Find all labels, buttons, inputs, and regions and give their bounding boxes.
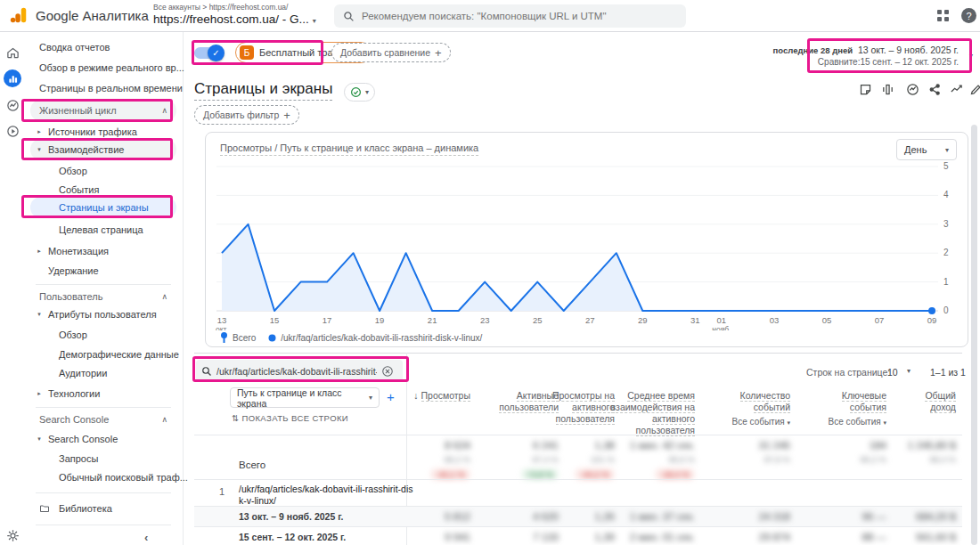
table-search[interactable] [196,360,403,382]
global-search[interactable] [334,4,686,28]
svg-text:13: 13 [217,315,227,325]
redacted-share: 98,4 % [902,454,956,464]
sidebar-item-21[interactable]: ▾Search Console [30,428,176,450]
show-all-rows-button[interactable]: ⇅ ПОКАЗАТЬ ВСЕ СТРОКИ [232,413,348,423]
sidebar-item-0[interactable]: Сводка отчетов [30,37,176,58]
redacted-value: 29 874 [706,532,790,542]
sidebar-section-3[interactable]: Жизненный цикл∧ [30,100,176,121]
trend-insights-icon[interactable] [950,83,966,99]
edit-icon[interactable] [969,83,980,99]
column-filter[interactable]: Все события ▾ [706,416,790,428]
sidebar-item-8[interactable]: Страницы и экраны [30,197,176,218]
sidebar-section-20[interactable]: Search Console∧ [30,409,176,430]
column-header-4[interactable]: Количество событийВсе события ▾ [706,390,790,428]
svg-text:нояб.: нояб. [712,325,731,330]
rows-per-page-value[interactable]: 10 [887,367,898,378]
toggle-check-icon: ✓ [208,45,225,61]
help-icon[interactable]: ? [961,8,976,23]
gear-icon[interactable] [4,527,20,543]
date-range-selector[interactable]: последние 28 дней 13 окт. – 9 нояб. 2025… [773,45,959,68]
sidebar-divider [36,525,171,525]
home-icon[interactable] [4,45,20,61]
brand: Google Аналитика [9,5,149,25]
collapse-sidebar-icon[interactable]: ‹ [144,531,148,544]
chevron-down-icon[interactable]: ▾ [969,52,973,60]
sidebar-item-label: Целевая страница [59,224,143,235]
chevron-up-icon: ∧ [161,415,167,424]
add-comparison-button[interactable]: Добавить сравнение+ [331,43,451,62]
table-subrow-current: 13 окт. – 9 нояб. 2025 г. 5 8124 6201,26… [194,506,962,526]
table-search-input[interactable] [216,366,377,377]
sidebar-item-5[interactable]: ▾Взаимодействие [30,139,176,160]
chevron-up-icon: ∧ [161,106,167,115]
apps-grid-icon[interactable] [937,10,950,22]
sidebar-item-10[interactable]: ▸Монетизация [30,240,176,262]
sidebar-item-1[interactable]: Обзор в режиме реального вр... [30,57,176,78]
redacted-value: 1 245,80 $ [902,440,956,451]
sidebar-item-9[interactable]: Целевая страница [30,219,176,240]
share-icon[interactable] [928,83,944,99]
column-header-label: Количество событий [740,390,790,413]
sidebar-item-label: Взаимодействие [48,144,124,155]
add-filter-button[interactable]: Добавить фильтр+ [194,105,299,125]
dimension-selector[interactable]: Путь к странице и класс экрана ▾ [230,387,380,408]
column-header-5[interactable]: Ключевые событияВсе события ▾ [811,390,886,428]
sidebar-item-2[interactable]: Страницы в реальном времени [30,77,176,99]
column-header-0[interactable]: ↓ Просмотры [397,390,470,402]
analytics-logo-icon [9,5,29,25]
column-header-6[interactable]: Общий доход [902,390,956,413]
chevron-down-icon[interactable]: ▾ [907,367,911,375]
insights-icon[interactable] [906,83,922,99]
sidebar-item-25[interactable]: Библиотека [30,498,176,519]
sidebar-item-11[interactable]: Удержание [30,260,176,281]
column-header-3[interactable]: Среднее время взаимодействия на активног… [595,390,695,436]
redacted-value: 96 — [811,511,886,522]
svg-text:29: 29 [638,315,648,325]
redacted-value: 5 812 [397,511,470,522]
subrow-cell-6: 561,60 $ [902,532,956,542]
sidebar-item-label: Библиотека [59,503,112,514]
redacted-share: 96,2 % [811,454,886,464]
notes-icon[interactable] [859,83,875,99]
subrow-cell-0: 9 941 [397,532,470,542]
total-cell-3: 1 мин. 42 сек.95,6 %-18,4 % [595,440,695,480]
explore-icon[interactable] [4,97,20,113]
advertising-icon[interactable] [4,123,20,139]
clear-search-icon[interactable] [381,365,394,378]
account-switcher[interactable]: Все аккаунты > https://freehost.com.ua/ … [153,3,316,26]
sidebar-item-label: События [59,184,99,195]
legend-item-total: Всего [220,332,256,343]
sidebar-item-23[interactable]: Обычный поисковый траф... [30,467,176,488]
page-title: Страницы и экраны [194,80,332,101]
sidebar-item-label: Search Console [48,434,118,444]
report-status-pill[interactable]: ▾ [344,83,375,102]
global-search-input[interactable] [362,11,665,21]
sidebar-item-14[interactable]: ▾Атрибуты пользователя [30,304,176,325]
sidebar-item-label: Аудитории [59,368,107,378]
caret-right-icon: ▸ [34,248,45,255]
scrollbar[interactable] [971,125,977,545]
chevron-down-icon: ▾ [787,419,790,426]
chart-title: Просмотры / Путь к странице и класс экра… [220,142,478,156]
sidebar-item-18[interactable]: ▸Технологии [30,383,176,404]
sidebar-item-label: Удержание [48,265,99,276]
redacted-value: 561,60 $ [902,532,956,542]
segment-toggle[interactable]: ✓ [194,47,221,59]
svg-text:21: 21 [428,315,437,325]
column-filter[interactable]: Все события ▾ [811,416,886,428]
sidebar-item-label: Атрибуты пользователя [48,309,157,320]
redacted-value: 31 245 [706,440,790,451]
sidebar-item-15[interactable]: Обзор [30,324,176,346]
table-subrow-compare: 15 сент. – 12 окт. 2025 г. 9 9417 1331,3… [194,526,962,545]
date-current: 13 окт. – 9 нояб. 2025 г. [858,45,959,55]
subrow-cell-4: 24 318 [706,511,790,522]
table-row[interactable]: 1 /ukr/faq/articles/kak-dobavit-ili-rass… [194,479,962,506]
row-index: 1 [219,486,225,497]
folder-icon [39,503,50,514]
reports-icon[interactable] [4,69,21,87]
sort-desc-icon: ↓ [413,390,421,401]
redacted-value: 24 318 [706,511,790,522]
sidebar-item-17[interactable]: Аудитории [30,362,176,384]
add-dimension-button[interactable]: + [387,389,395,404]
bar-comparison-icon[interactable] [881,83,897,99]
